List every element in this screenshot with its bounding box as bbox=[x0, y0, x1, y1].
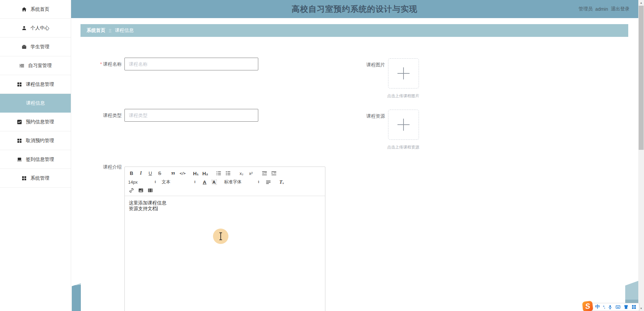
course-name-input[interactable] bbox=[124, 58, 258, 70]
blockquote-button[interactable]: ” bbox=[170, 167, 176, 179]
scroll-up-icon[interactable]: ▲ bbox=[638, 0, 644, 5]
course-name-label-text: 课程名称 bbox=[103, 61, 122, 67]
logout-button[interactable]: 退出登录 bbox=[611, 6, 630, 12]
sidebar-item-label: 个人中心 bbox=[31, 25, 49, 31]
indent-icon[interactable] bbox=[270, 169, 277, 177]
scrollbar-thumb[interactable] bbox=[639, 6, 644, 150]
sidebar-item-label: 签到信息管理 bbox=[26, 157, 54, 163]
video-icon[interactable] bbox=[147, 186, 154, 194]
sidebar-item-system-home[interactable]: 系统首页 bbox=[0, 0, 71, 19]
top-header: 高校自习室预约系统的设计与实现 管理员 admin 退出登录 bbox=[71, 0, 638, 18]
grid-icon bbox=[21, 176, 27, 181]
virtual-keyboard-icon[interactable] bbox=[615, 305, 621, 309]
align-icon[interactable] bbox=[265, 178, 272, 186]
monitor-icon bbox=[17, 157, 22, 162]
editor-text-line: 这里添加课程信息 bbox=[129, 200, 321, 206]
outdent-icon[interactable] bbox=[261, 169, 268, 177]
sogou-logo[interactable]: S bbox=[582, 301, 593, 311]
spinner-icon: ▲▼ bbox=[258, 180, 260, 184]
course-resource-upload-hint: 点击上传课程资源 bbox=[370, 144, 437, 150]
editor-content[interactable]: 这里添加课程信息 资源支持文档 bbox=[125, 196, 325, 215]
text-caret bbox=[157, 206, 158, 211]
subscript-button[interactable]: x₂ bbox=[238, 169, 245, 177]
sidebar-item-cancel-reservation-mgmt[interactable]: 取消预约管理 bbox=[0, 131, 71, 150]
page-title: 高校自习室预约系统的设计与实现 bbox=[292, 4, 418, 14]
paragraph-select[interactable]: 文本 ▲▼ bbox=[162, 179, 197, 185]
sidebar-item-label: 取消预约管理 bbox=[26, 138, 54, 144]
superscript-button[interactable]: x² bbox=[248, 169, 254, 177]
heading1-button[interactable]: H₁ bbox=[193, 169, 199, 177]
course-image-label: 课程图片 bbox=[344, 58, 385, 71]
editor-text-line-text: 资源支持文档 bbox=[129, 206, 157, 211]
grid-icon bbox=[17, 138, 22, 143]
vertical-scrollbar[interactable]: ▲ ▼ bbox=[638, 0, 644, 311]
course-resource-label: 课程资源 bbox=[344, 110, 385, 122]
sidebar-item-studyroom-mgmt[interactable]: 自习室管理 bbox=[0, 56, 71, 75]
admin-username: admin bbox=[595, 6, 608, 12]
chart-icon bbox=[17, 119, 22, 125]
grid-icon bbox=[17, 82, 22, 87]
ibeam-cursor-icon bbox=[219, 232, 223, 240]
sidebar-item-reservation-mgmt[interactable]: 预约信息管理 bbox=[0, 113, 71, 131]
ime-punctuation-toggle[interactable]: °, bbox=[603, 305, 605, 309]
ime-menu-grid-icon[interactable] bbox=[632, 305, 636, 309]
course-resource-upload[interactable] bbox=[388, 110, 419, 140]
user-info: 管理员 admin 退出登录 bbox=[579, 0, 630, 18]
heading2-button[interactable]: H₂ bbox=[202, 169, 209, 177]
mouse-cursor-highlight bbox=[213, 229, 228, 244]
font-size-value: 14px bbox=[128, 180, 138, 185]
skin-shirt-icon[interactable] bbox=[624, 305, 629, 309]
sidebar-item-label: 预约信息管理 bbox=[26, 119, 54, 125]
link-icon[interactable] bbox=[128, 186, 135, 194]
course-type-input[interactable] bbox=[124, 109, 258, 122]
home-icon bbox=[21, 7, 27, 12]
sidebar-item-personal-center[interactable]: 个人中心 bbox=[0, 19, 71, 38]
breadcrumb-separator-icon: Ξ bbox=[109, 28, 111, 33]
plus-icon bbox=[397, 67, 410, 79]
breadcrumb-current: 课程信息 bbox=[115, 27, 133, 34]
admin-role-label: 管理员 bbox=[579, 6, 593, 12]
sidebar-item-label: 学生管理 bbox=[31, 44, 49, 50]
font-size-select[interactable]: 14px ▲▼ bbox=[128, 180, 158, 185]
sidebar-item-checkin-mgmt[interactable]: 签到信息管理 bbox=[0, 150, 71, 169]
sidebar-item-system-mgmt[interactable]: 系统管理 bbox=[0, 169, 71, 188]
breadcrumb: 系统首页 Ξ 课程信息 bbox=[80, 24, 628, 37]
sidebar: 系统首页 个人中心 学生管理 自习室管理 课程信息管理 课程信息 预约信息管理 bbox=[0, 0, 71, 311]
course-type-label: 课程类型 bbox=[80, 109, 122, 122]
sidebar-item-course-info[interactable]: 课程信息 bbox=[0, 94, 71, 113]
decorative-ribbon-left bbox=[72, 283, 81, 311]
font-family-select[interactable]: 标准字体 ▲▼ bbox=[224, 179, 261, 185]
underline-button[interactable]: U bbox=[147, 169, 154, 177]
bold-button[interactable]: B bbox=[128, 169, 135, 177]
paragraph-value: 文本 bbox=[162, 179, 170, 185]
sidebar-item-label: 课程信息 bbox=[26, 100, 45, 106]
ime-toolbar: 中 °, bbox=[589, 303, 639, 311]
course-image-upload-hint: 点击上传课程图片 bbox=[370, 93, 437, 99]
code-button[interactable]: </> bbox=[179, 169, 186, 177]
unordered-list-icon[interactable] bbox=[225, 169, 231, 177]
clear-format-button[interactable]: Tₓ bbox=[278, 178, 285, 186]
microphone-icon[interactable] bbox=[608, 305, 612, 310]
image-icon[interactable] bbox=[138, 186, 144, 194]
user-icon bbox=[21, 25, 27, 31]
required-asterisk: * bbox=[100, 61, 102, 67]
sidebar-item-label: 自习室管理 bbox=[28, 63, 52, 69]
list-icon bbox=[19, 63, 24, 68]
italic-button[interactable]: I bbox=[138, 169, 144, 177]
breadcrumb-home-link[interactable]: 系统首页 bbox=[87, 27, 105, 34]
sidebar-item-label: 课程信息管理 bbox=[26, 81, 54, 87]
sidebar-item-student-mgmt[interactable]: 学生管理 bbox=[0, 38, 71, 56]
ordered-list-icon[interactable] bbox=[215, 169, 222, 177]
sidebar-item-label: 系统首页 bbox=[31, 6, 49, 12]
background-color-glyph: A bbox=[211, 179, 217, 185]
strikethrough-button[interactable]: S bbox=[156, 169, 163, 177]
course-name-label: *课程名称 bbox=[80, 58, 122, 70]
course-image-upload[interactable] bbox=[388, 58, 419, 88]
background-color-button[interactable]: A bbox=[211, 178, 217, 186]
sidebar-item-label: 系统管理 bbox=[31, 175, 49, 181]
editor-toolbar: B I U S ” </> H₁ H₂ x₂ x² 14p bbox=[125, 167, 325, 196]
ime-language-toggle[interactable]: 中 bbox=[595, 304, 600, 310]
sidebar-item-course-info-mgmt[interactable]: 课程信息管理 bbox=[0, 75, 71, 94]
spinner-icon: ▲▼ bbox=[194, 180, 196, 184]
font-color-button[interactable]: A bbox=[201, 178, 208, 186]
